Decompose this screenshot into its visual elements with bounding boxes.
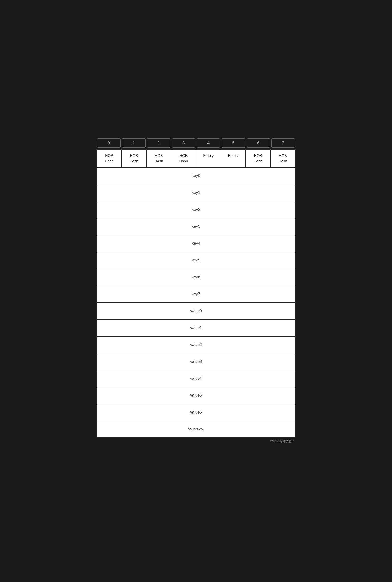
- header-cell-3: HOBHash: [172, 150, 196, 167]
- data-row-2: key2: [96, 201, 296, 218]
- header-row: HOBHashHOBHashHOBHashHOBHashEmptyEmptyHO…: [96, 149, 296, 168]
- data-cell-12: value4: [97, 374, 295, 383]
- data-cell-2: key2: [97, 205, 295, 214]
- index-cell-3: 3: [172, 138, 195, 148]
- data-cell-14: value6: [97, 408, 295, 417]
- data-row-11: value3: [96, 353, 296, 370]
- data-row-1: key1: [96, 184, 296, 201]
- data-cell-5: key5: [97, 255, 295, 265]
- data-cell-11: value3: [97, 357, 295, 366]
- main-table: HOBHashHOBHashHOBHashHOBHashEmptyEmptyHO…: [96, 149, 296, 438]
- index-cell-2: 2: [147, 138, 170, 148]
- header-cell-0: HOBHash: [97, 150, 122, 167]
- header-cell-2: HOBHash: [146, 150, 172, 167]
- data-row-12: value4: [96, 370, 296, 387]
- index-cell-1: 1: [122, 138, 145, 148]
- header-cell-4: Empty: [196, 150, 221, 167]
- data-cell-13: value5: [97, 391, 295, 400]
- data-cell-6: key6: [97, 272, 295, 282]
- data-row-6: key6: [96, 269, 296, 286]
- data-row-15: *overflow: [96, 421, 296, 438]
- data-row-14: value6: [96, 404, 296, 421]
- header-cell-5: Empty: [221, 150, 246, 167]
- header-cell-1: HOBHash: [122, 150, 146, 167]
- index-cell-5: 5: [222, 138, 245, 148]
- data-row-5: key5: [96, 252, 296, 269]
- index-cell-4: 4: [197, 138, 220, 148]
- data-row-4: key4: [96, 235, 296, 252]
- index-row: 01234567: [96, 138, 296, 148]
- header-cell-7: HOBHash: [270, 150, 295, 167]
- data-row-9: value1: [96, 320, 296, 337]
- header-cell-6: HOBHash: [246, 150, 270, 167]
- data-cell-3: key3: [97, 222, 295, 231]
- data-row-7: key7: [96, 286, 296, 303]
- data-cell-7: key7: [97, 289, 295, 299]
- data-cell-4: key4: [97, 239, 295, 248]
- watermark: CSDN @神技圈子: [96, 439, 296, 444]
- data-row-8: value0: [96, 303, 296, 320]
- index-cell-6: 6: [247, 138, 270, 148]
- data-row-3: key3: [96, 218, 296, 235]
- data-row-13: value5: [96, 387, 296, 404]
- data-cell-8: value0: [97, 306, 295, 316]
- data-cell-1: key1: [97, 188, 295, 197]
- data-cell-0: key0: [97, 171, 295, 180]
- data-row-0: key0: [96, 168, 296, 184]
- data-cell-10: value2: [97, 340, 295, 350]
- index-cell-7: 7: [272, 138, 295, 148]
- data-cell-9: value1: [97, 323, 295, 333]
- index-cell-0: 0: [97, 138, 120, 148]
- page-container: 01234567 HOBHashHOBHashHOBHashHOBHashEmp…: [92, 134, 300, 448]
- data-row-10: value2: [96, 337, 296, 353]
- data-cell-15: *overflow: [97, 425, 295, 434]
